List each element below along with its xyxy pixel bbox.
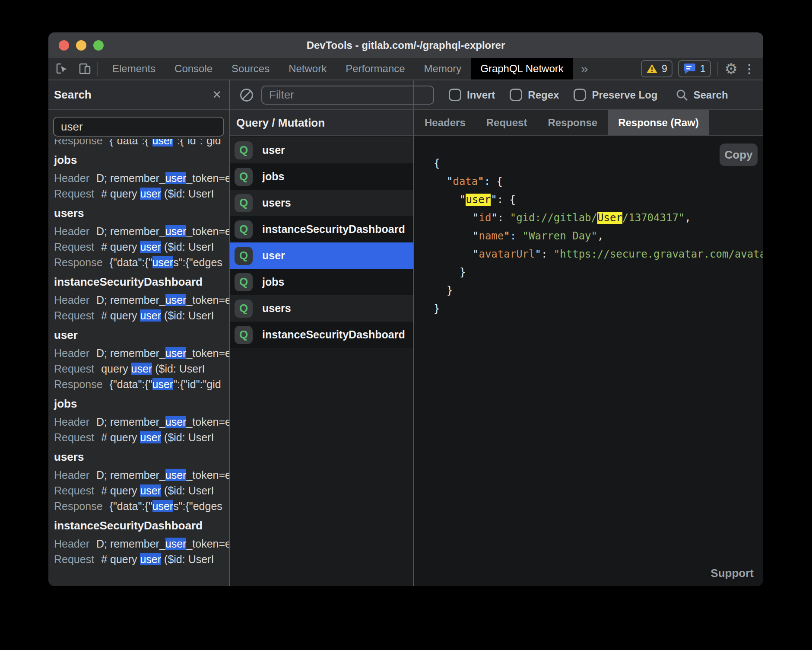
match-highlight: user: [165, 225, 187, 237]
search-result-line[interactable]: Request# query user ($id: UserI: [54, 239, 229, 255]
search-result-group-title[interactable]: users: [54, 205, 229, 221]
result-line-label: Header: [54, 294, 89, 306]
issues-badge[interactable]: 1: [678, 60, 711, 77]
tab-network[interactable]: Network: [279, 58, 336, 80]
json-token: ": {: [478, 175, 503, 188]
warnings-badge[interactable]: 9: [641, 60, 672, 77]
device-toolbar-icon[interactable]: [78, 62, 92, 76]
query-type-icon: Q: [235, 220, 253, 239]
search-result-line[interactable]: HeaderD; remember_user_token=e: [54, 414, 229, 430]
result-text: ":{"id":"gid: [173, 378, 221, 390]
kebab-menu-icon[interactable]: ⋮: [743, 62, 755, 76]
search-result-line[interactable]: HeaderD; remember_user_token=e: [54, 536, 229, 551]
search-result-group-title[interactable]: user: [54, 327, 229, 343]
support-link[interactable]: Support: [710, 567, 754, 580]
json-token: ": {: [491, 194, 516, 206]
search-result-line[interactable]: Request# query user ($id: UserI: [54, 551, 229, 567]
json-line: "avatarUrl": "https://secure.gravatar.co…: [434, 245, 763, 263]
search-result-line[interactable]: HeaderD; remember_user_token=e: [54, 223, 229, 239]
window-title: DevTools - gitlab.com/-/graphql-explorer: [307, 39, 505, 51]
search-result-line[interactable]: HeaderD; remember_user_token=e: [54, 467, 229, 483]
panel-divider[interactable]: [229, 80, 230, 586]
regex-checkbox[interactable]: [510, 89, 522, 101]
query-list-item[interactable]: Qusers: [230, 295, 413, 322]
zoom-window-button[interactable]: [93, 40, 104, 51]
search-match-highlight: User: [597, 212, 622, 224]
query-list-item[interactable]: Qjobs: [230, 163, 413, 190]
query-list-item[interactable]: Quser: [230, 137, 413, 163]
json-line: }: [434, 281, 763, 300]
search-result-group-title[interactable]: jobs: [54, 152, 229, 168]
tab-sources[interactable]: Sources: [222, 58, 279, 80]
search-input[interactable]: [53, 117, 224, 137]
query-list-item[interactable]: Qjobs: [230, 269, 413, 295]
search-result-line[interactable]: Response{"data":{"users":{"edges: [54, 498, 229, 514]
search-result-line[interactable]: Response{"data":{"user":{"id":"gid: [54, 376, 229, 392]
query-list-item[interactable]: QinstanceSecurityDashboard: [230, 322, 413, 348]
result-text: ($id: UserI: [161, 553, 214, 565]
tab-console[interactable]: Console: [165, 58, 222, 80]
search-result-group-title[interactable]: users: [54, 449, 229, 465]
query-name: users: [262, 302, 291, 315]
result-text: {"data":{": [110, 139, 152, 147]
search-result-group-title[interactable]: instanceSecurityDashboard: [54, 518, 229, 533]
search-result-line[interactable]: Request# query user ($id: UserI: [54, 430, 229, 445]
panel-divider[interactable]: [413, 80, 414, 586]
close-window-button[interactable]: [59, 40, 69, 51]
filter-input[interactable]: [261, 86, 434, 105]
match-highlight: user: [140, 431, 161, 443]
settings-gear-icon[interactable]: ⚙: [725, 61, 738, 76]
result-line-label: Header: [54, 347, 89, 359]
search-result-line[interactable]: Request# query user ($id: UserI: [54, 308, 229, 323]
search-result-line[interactable]: HeaderD; remember_user_token=e: [54, 292, 229, 308]
query-name: instanceSecurityDashboard: [262, 223, 405, 236]
result-line-label: Request: [54, 309, 94, 322]
result-text: D; remember_: [96, 416, 165, 428]
result-text: ($id: UserI: [161, 241, 214, 253]
search-result-group-title[interactable]: jobs: [54, 396, 229, 411]
match-highlight: user: [140, 553, 161, 565]
result-line-label: Header: [54, 172, 89, 184]
query-list-item[interactable]: QinstanceSecurityDashboard: [230, 216, 413, 242]
tab-request[interactable]: Request: [476, 110, 538, 135]
minimize-window-button[interactable]: [76, 40, 86, 51]
query-list-item[interactable]: Quser: [230, 242, 413, 269]
search-result-line[interactable]: Response{"data":{"users":{"edges: [54, 255, 229, 270]
search-result-line[interactable]: Request# query user ($id: UserI: [54, 483, 229, 498]
match-highlight: user: [152, 378, 174, 390]
json-token: ":: [535, 248, 554, 260]
tab-headers[interactable]: Headers: [414, 110, 476, 135]
json-token: ,: [685, 212, 691, 224]
query-mutation-header: Query / Mutation: [230, 110, 413, 136]
search-result-line[interactable]: Response{"data":{"user":{"id":"gid: [54, 139, 229, 148]
match-highlight: user: [140, 484, 161, 497]
search-result-group-title[interactable]: instanceSecurityDashboard: [54, 274, 229, 290]
tab-graphql-network[interactable]: GraphQL Network: [471, 58, 573, 80]
search-result-line[interactable]: Requestquery user ($id: UserI: [54, 361, 229, 376]
invert-checkbox[interactable]: [449, 89, 461, 101]
search-result-line[interactable]: HeaderD; remember_user_token=e: [54, 170, 229, 186]
query-type-icon: Q: [235, 194, 253, 212]
query-name: jobs: [262, 170, 284, 183]
preserve-log-checkbox[interactable]: [574, 89, 586, 101]
close-search-icon[interactable]: ✕: [212, 80, 222, 109]
result-text: D; remember_: [96, 469, 165, 481]
more-tabs-icon[interactable]: »: [573, 58, 596, 80]
query-type-icon: Q: [235, 300, 253, 318]
match-highlight: user: [131, 363, 152, 375]
tab-elements[interactable]: Elements: [103, 58, 165, 80]
search-result-line[interactable]: HeaderD; remember_user_token=e: [54, 345, 229, 361]
tab-response[interactable]: Response: [537, 110, 608, 135]
search-result-line[interactable]: Request# query user ($id: UserI: [54, 186, 229, 201]
inspect-element-icon[interactable]: [55, 62, 69, 76]
tab-response-raw[interactable]: Response (Raw): [608, 110, 709, 135]
result-line-label: Request: [54, 553, 94, 565]
match-highlight: user: [140, 241, 161, 253]
json-line: "user": {: [434, 191, 763, 209]
devtools-window: DevTools - gitlab.com/-/graphql-explorer…: [48, 32, 763, 586]
search-toggle[interactable]: Search: [676, 89, 728, 102]
tab-memory[interactable]: Memory: [415, 58, 471, 80]
clear-requests-icon[interactable]: [239, 87, 254, 103]
tab-performance[interactable]: Performance: [336, 58, 414, 80]
query-list-item[interactable]: Qusers: [230, 190, 413, 216]
